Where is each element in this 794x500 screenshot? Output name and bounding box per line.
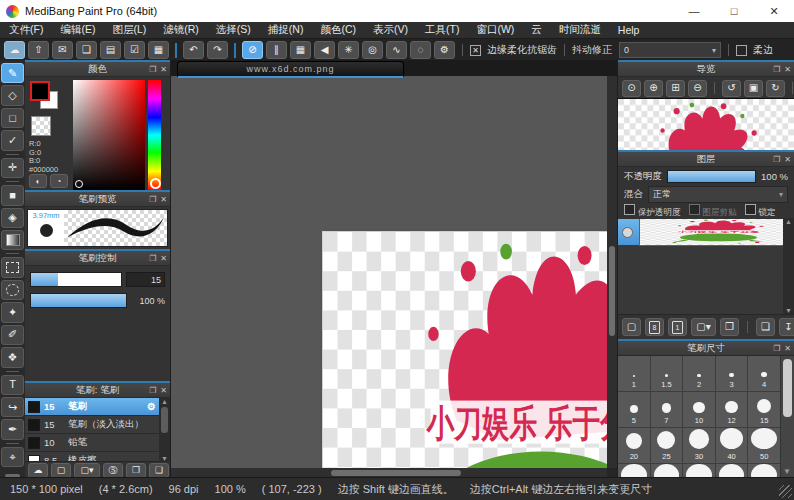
- popout-icon[interactable]: ❐: [773, 155, 780, 164]
- brush-size-cell[interactable]: [618, 464, 651, 478]
- close-icon[interactable]: ✕: [160, 254, 167, 263]
- comment-button[interactable]: ✉: [52, 41, 73, 59]
- brush-size-cell[interactable]: [683, 464, 716, 478]
- rotate-left-button[interactable]: ↺: [722, 80, 741, 97]
- table-button[interactable]: ▦: [148, 41, 169, 59]
- lock-checkbox[interactable]: [745, 204, 756, 215]
- brush-size-4[interactable]: 4: [748, 356, 781, 392]
- scroll-down-icon[interactable]: ▼: [785, 307, 792, 314]
- menu-item-7[interactable]: 颜色(C): [320, 23, 356, 37]
- snap-curve-button[interactable]: ∿: [386, 41, 407, 59]
- menu-item-12[interactable]: 时间流逝: [559, 23, 601, 37]
- brush-new-button[interactable]: ▢: [51, 463, 71, 478]
- checklist-button[interactable]: ☑: [124, 41, 145, 59]
- close-button[interactable]: ✕: [754, 0, 794, 22]
- brush-size-10[interactable]: 10: [683, 392, 716, 428]
- brush-size-1.5[interactable]: 1.5: [651, 356, 684, 392]
- menu-item-11[interactable]: 云: [531, 23, 542, 37]
- eyedropper-tool[interactable]: ⌖: [1, 447, 24, 467]
- scrollbar-thumb[interactable]: [331, 470, 461, 476]
- feedback-button[interactable]: ❏: [76, 41, 97, 59]
- brush-list-item-2[interactable]: 15笔刷（淡入淡出）: [25, 416, 159, 434]
- slice-tool[interactable]: ✒: [1, 419, 24, 439]
- brush-size-scrollbar[interactable]: ▼: [780, 356, 794, 478]
- clipping-checkbox[interactable]: [689, 204, 700, 215]
- brush-opacity-slider[interactable]: [30, 293, 127, 308]
- brush-size-12[interactable]: 12: [716, 392, 749, 428]
- menu-item-5[interactable]: 选择(S): [216, 23, 251, 37]
- brush-size-15[interactable]: 15: [748, 392, 781, 428]
- brush-size-2[interactable]: 2: [683, 356, 716, 392]
- brush-add-menu-button[interactable]: ▢▾: [74, 463, 100, 478]
- brush-size-cell[interactable]: [651, 464, 684, 478]
- minimize-button[interactable]: —: [674, 0, 714, 22]
- snap-ellipse-button[interactable]: ◌: [410, 41, 431, 59]
- operation-tool[interactable]: ✓: [1, 130, 24, 150]
- menu-item-3[interactable]: 图层(L): [112, 23, 146, 37]
- menu-item-6[interactable]: 捕捉(N): [268, 23, 304, 37]
- rotate-reset-button[interactable]: ▣: [744, 80, 763, 97]
- zoom-in-button[interactable]: ⊕: [644, 80, 663, 97]
- popout-icon[interactable]: ❐: [149, 386, 156, 395]
- canvas-vertical-scrollbar[interactable]: [607, 76, 617, 468]
- rotate-right-button[interactable]: ↻: [766, 80, 785, 97]
- close-icon[interactable]: ✕: [160, 65, 167, 74]
- fill-rect-tool[interactable]: ■: [1, 185, 24, 205]
- palette-button[interactable]: ◔: [50, 174, 68, 188]
- popout-icon[interactable]: ❐: [149, 254, 156, 263]
- scroll-down-icon[interactable]: ▼: [783, 467, 791, 476]
- close-icon[interactable]: ✕: [160, 195, 167, 204]
- transparent-color-swatch[interactable]: [31, 116, 51, 136]
- hue-slider[interactable]: [148, 80, 161, 190]
- foreground-color-swatch[interactable]: [30, 81, 50, 101]
- lasso-tool[interactable]: [1, 280, 24, 300]
- brush-list-item-4[interactable]: 8.5橡皮擦: [25, 452, 159, 461]
- rotate-view-tool[interactable]: ↪: [1, 397, 24, 417]
- brush-list-scrollbar[interactable]: ▲ ▼: [159, 398, 170, 462]
- hue-cursor[interactable]: [150, 178, 161, 189]
- new-layer-button[interactable]: ▢: [622, 318, 641, 336]
- scrollbar-thumb[interactable]: [783, 359, 792, 417]
- menu-item-2[interactable]: 编辑(E): [60, 23, 95, 37]
- brush-size-3[interactable]: 3: [716, 356, 749, 392]
- soft-edge-checkbox[interactable]: [736, 45, 747, 56]
- window-resize-grip[interactable]: [779, 485, 792, 498]
- brush-size-1[interactable]: 1: [618, 356, 651, 392]
- menu-item-13[interactable]: Help: [618, 24, 640, 36]
- gear-icon[interactable]: ⚙: [147, 401, 156, 412]
- color-wheel-button[interactable]: ◐: [29, 174, 47, 188]
- eraser-tool[interactable]: ◇: [1, 85, 24, 105]
- popout-icon[interactable]: ❐: [149, 195, 156, 204]
- layer-folder-button[interactable]: ❐: [720, 318, 739, 336]
- brush-folder-button[interactable]: ❐: [126, 463, 146, 478]
- popout-icon[interactable]: ❐: [149, 65, 156, 74]
- scroll-down-icon[interactable]: ▼: [161, 455, 168, 462]
- text-tool[interactable]: T: [1, 375, 24, 395]
- protect-alpha-checkbox[interactable]: [624, 204, 635, 215]
- zoom-fit-button[interactable]: ⊞: [666, 80, 685, 97]
- snap-vanish-button[interactable]: ◀: [314, 41, 335, 59]
- brush-size-cell[interactable]: [748, 464, 781, 478]
- select-rect-tool[interactable]: [1, 257, 24, 277]
- gradient-tool[interactable]: [1, 230, 24, 250]
- layer-list-scrollbar[interactable]: ▲ ▼: [783, 218, 794, 314]
- scrollbar-thumb[interactable]: [161, 407, 168, 433]
- new-1bit-layer-button[interactable]: 1: [668, 318, 687, 336]
- snap-concentric-button[interactable]: ◎: [362, 41, 383, 59]
- menu-item-10[interactable]: 窗口(W): [476, 23, 514, 37]
- move-tool[interactable]: ✛: [1, 158, 24, 178]
- brush-size-20[interactable]: 20: [618, 428, 651, 464]
- stabilizer-select[interactable]: 0 ▾: [619, 42, 721, 58]
- layer-row[interactable]: 小刀娱乐 乐于分享 图层1 ⚙: [618, 219, 783, 245]
- brush-size-slider[interactable]: [30, 272, 122, 287]
- snap-off-button[interactable]: ⊘: [242, 41, 263, 59]
- new-8bit-layer-button[interactable]: 8: [645, 318, 664, 336]
- brush-size-50[interactable]: 50: [748, 428, 781, 464]
- brush-size-cell[interactable]: [716, 464, 749, 478]
- redo-button[interactable]: ↷: [207, 41, 228, 59]
- close-icon[interactable]: ✕: [784, 344, 791, 353]
- menu-item-1[interactable]: 文件(F): [9, 23, 43, 37]
- cloud-button[interactable]: ☁: [4, 41, 25, 59]
- popout-icon[interactable]: ❐: [773, 344, 780, 353]
- bucket-tool[interactable]: ◈: [1, 208, 24, 228]
